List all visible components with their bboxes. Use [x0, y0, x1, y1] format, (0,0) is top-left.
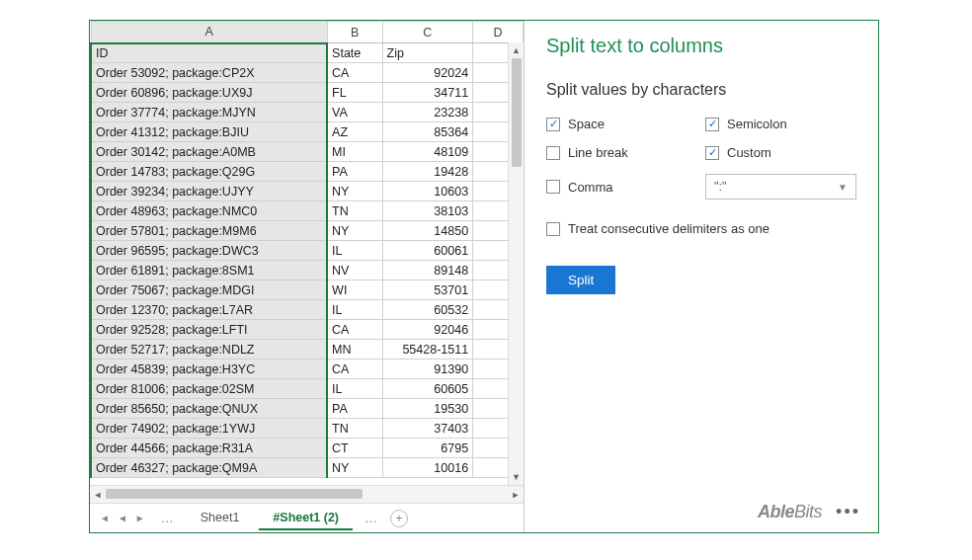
cell-id[interactable]: Order 30142; package:A0MB: [91, 142, 327, 162]
cell-state[interactable]: NY: [327, 182, 382, 201]
cell-state[interactable]: VA: [327, 103, 382, 122]
vertical-scrollbar[interactable]: ▲ ▼: [508, 42, 524, 485]
cell-id[interactable]: Order 45839; package:H3YC: [91, 360, 327, 379]
cell-id[interactable]: Order 44566; package:R31A: [91, 439, 327, 458]
cell-state[interactable]: TN: [327, 419, 382, 439]
cell-id[interactable]: Order 57801; package:M9M6: [91, 221, 327, 241]
cell-zip[interactable]: 60532: [382, 300, 473, 320]
cell-zip[interactable]: 60605: [382, 379, 473, 399]
cell-state[interactable]: CT: [327, 439, 382, 458]
cell-id[interactable]: Order 75067; package:MDGI: [91, 280, 327, 300]
cell-zip[interactable]: 53701: [382, 280, 473, 300]
cell-state[interactable]: MI: [327, 142, 382, 162]
cell-state[interactable]: IL: [327, 300, 382, 320]
cell-id[interactable]: Order 61891; package:8SM1: [91, 261, 327, 280]
cell-zip[interactable]: 37403: [382, 419, 473, 439]
horizontal-scrollbar[interactable]: ◄ ►: [90, 485, 524, 503]
cell-zip[interactable]: 6795: [382, 439, 473, 458]
cell-id[interactable]: Order 37774; package:MJYN: [91, 103, 327, 122]
more-options-icon[interactable]: •••: [836, 502, 860, 522]
cell-zip[interactable]: 23238: [382, 103, 473, 122]
cell-id[interactable]: Order 92528; package:LFTI: [91, 320, 327, 340]
checkbox-treat-consecutive[interactable]: Treat consecutive delimiters as one: [546, 221, 856, 236]
hscroll-thumb[interactable]: [106, 489, 363, 499]
header-cell-zip[interactable]: Zip: [382, 43, 473, 63]
grid-scroll-area[interactable]: A B C D IDStateZipOrder 53092; package:C…: [90, 21, 524, 485]
cell-zip[interactable]: 60061: [382, 241, 473, 261]
cell-state[interactable]: CA: [327, 320, 382, 340]
cell-state[interactable]: WI: [327, 280, 382, 300]
add-sheet-button[interactable]: +: [390, 510, 408, 527]
cell-id[interactable]: Order 81006; package:02SM: [91, 379, 327, 399]
cell-zip[interactable]: 34711: [382, 83, 473, 103]
cell-zip[interactable]: 10603: [382, 182, 473, 201]
cell-zip[interactable]: 19530: [382, 399, 473, 419]
cell-zip[interactable]: 89148: [382, 261, 473, 280]
cell-zip[interactable]: 85364: [382, 122, 473, 142]
field-header-row: IDStateZip: [91, 43, 524, 63]
cell-state[interactable]: NV: [327, 261, 382, 280]
checkbox-comma[interactable]: Comma: [546, 174, 697, 200]
cell-state[interactable]: CA: [327, 63, 382, 83]
custom-delimiter-dropdown[interactable]: ":" ▼: [705, 174, 856, 200]
scroll-down-icon[interactable]: ▼: [509, 469, 524, 485]
tab-nav-next-icon[interactable]: ►: [135, 513, 145, 523]
table-row: Order 44566; package:R31ACT6795: [91, 439, 524, 458]
cell-id[interactable]: Order 39234; package:UJYY: [91, 182, 327, 201]
cell-state[interactable]: AZ: [327, 122, 382, 142]
tab-sheet1-copy[interactable]: #Sheet1 (2): [259, 507, 353, 530]
cell-id[interactable]: Order 52717; package:NDLZ: [91, 340, 327, 360]
cell-id[interactable]: Order 41312; package:BJIU: [91, 122, 327, 142]
cell-state[interactable]: NY: [327, 458, 382, 478]
cell-zip[interactable]: 92046: [382, 320, 473, 340]
cell-state[interactable]: MN: [327, 340, 382, 360]
cell-zip[interactable]: 19428: [382, 162, 473, 182]
cell-id[interactable]: Order 74902; package:1YWJ: [91, 419, 327, 439]
split-button[interactable]: Split: [546, 266, 615, 294]
cell-state[interactable]: IL: [327, 241, 382, 261]
cell-id[interactable]: Order 48963; package:NMC0: [91, 201, 327, 221]
checkbox-linebreak[interactable]: Line break: [546, 145, 697, 160]
cell-id[interactable]: Order 53092; package:CP2X: [91, 63, 327, 83]
cell-state[interactable]: CA: [327, 360, 382, 379]
checkbox-semicolon[interactable]: Semicolon: [705, 117, 856, 131]
cell-zip[interactable]: 55428-1511: [382, 340, 473, 360]
cell-zip[interactable]: 14850: [382, 221, 473, 241]
checkbox-label: Comma: [568, 180, 613, 195]
cell-id[interactable]: Order 46327; package:QM9A: [91, 458, 327, 478]
table-row: Order 48963; package:NMC0TN38103: [91, 201, 524, 221]
col-header-B[interactable]: B: [327, 22, 382, 43]
cell-id[interactable]: Order 96595; package:DWC3: [91, 241, 327, 261]
cell-state[interactable]: NY: [327, 221, 382, 241]
cell-id[interactable]: Order 85650; package:QNUX: [91, 399, 327, 419]
cell-zip[interactable]: 91390: [382, 360, 473, 379]
tab-sheet1[interactable]: Sheet1: [187, 507, 254, 530]
col-header-D[interactable]: D: [473, 22, 524, 43]
tab-nav-first-icon[interactable]: ◄: [100, 513, 110, 523]
cell-state[interactable]: FL: [327, 83, 382, 103]
cell-state[interactable]: PA: [327, 399, 382, 419]
col-header-A[interactable]: A: [91, 22, 327, 43]
header-cell-id[interactable]: ID: [91, 43, 327, 63]
cell-id[interactable]: Order 14783; package:Q29G: [91, 162, 327, 182]
checkbox-custom[interactable]: Custom: [705, 145, 856, 160]
checkbox-space[interactable]: Space: [546, 117, 697, 131]
cell-zip[interactable]: 92024: [382, 63, 473, 83]
scroll-left-icon[interactable]: ◄: [90, 486, 106, 503]
col-header-C[interactable]: C: [382, 22, 473, 43]
tab-nav-prev-icon[interactable]: ◄: [118, 513, 127, 523]
cell-state[interactable]: TN: [327, 201, 382, 221]
cell-state[interactable]: IL: [327, 379, 382, 399]
tab-overflow-left[interactable]: …: [155, 511, 181, 525]
scroll-right-icon[interactable]: ►: [508, 486, 524, 503]
tab-overflow-right[interactable]: …: [359, 511, 384, 525]
cell-state[interactable]: PA: [327, 162, 382, 182]
cell-id[interactable]: Order 60896; package:UX9J: [91, 83, 327, 103]
scroll-up-icon[interactable]: ▲: [509, 42, 524, 58]
cell-zip[interactable]: 48109: [382, 142, 473, 162]
cell-zip[interactable]: 10016: [382, 458, 473, 478]
cell-zip[interactable]: 38103: [382, 201, 473, 221]
header-cell-state[interactable]: State: [327, 43, 382, 63]
vscroll-thumb[interactable]: [512, 58, 522, 167]
cell-id[interactable]: Order 12370; package:L7AR: [91, 300, 327, 320]
